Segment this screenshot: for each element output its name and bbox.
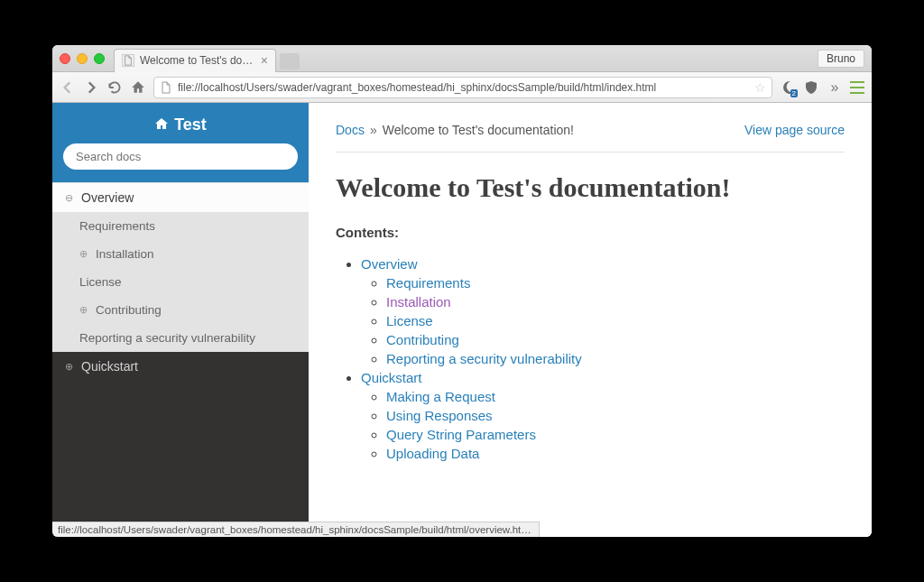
toc-link[interactable]: License [386,313,433,328]
status-bar: file://localhost/Users/swader/vagrant_bo… [52,522,540,537]
project-name-text: Test [174,115,207,134]
minimize-window-button[interactable] [77,53,88,64]
divider [336,152,845,152]
project-title[interactable]: Test [63,115,298,134]
toc-subitem: Query String Parameters [386,427,845,442]
sidebar-nav: ⊖OverviewRequirements⊕InstallationLicens… [52,182,309,537]
reload-button[interactable] [106,79,123,96]
profile-button[interactable]: Bruno [818,50,864,68]
url-text: file://localhost/Users/swader/vagrant_bo… [178,81,749,94]
url-bar[interactable]: file://localhost/Users/swader/vagrant_bo… [153,77,772,98]
toc-link[interactable]: Uploading Data [386,446,479,461]
browser-window: Welcome to Test's docume × Bruno file://… [52,45,872,537]
toc-subitem: Uploading Data [386,446,845,461]
tab-bar: Welcome to Test's docume × Bruno [52,45,872,72]
sidebar-item-label: License [79,275,122,289]
toc-link[interactable]: Query String Parameters [386,427,536,442]
sidebar-item-label: Contributing [96,303,162,317]
toc-link[interactable]: Quickstart [361,370,422,385]
toc-link[interactable]: Using Responses [386,408,493,423]
expand-icon: ⊕ [79,304,90,316]
extension-moon-icon[interactable]: 2 [780,79,796,96]
back-button[interactable] [60,79,76,96]
sidebar-item[interactable]: ⊕Quickstart [52,352,309,381]
bookmark-star-icon[interactable]: ☆ [754,80,766,95]
extension-shield-icon[interactable] [803,79,819,96]
search-input[interactable] [63,143,298,170]
breadcrumb-current: Welcome to Test's documentation! [383,123,574,137]
maximize-window-button[interactable] [94,53,105,64]
menu-button[interactable] [850,81,864,94]
close-tab-icon[interactable]: × [261,53,268,68]
forward-button[interactable] [83,79,99,96]
viewport: Test ⊖OverviewRequirements⊕InstallationL… [52,103,872,537]
sidebar-item-label: Overview [81,190,134,205]
table-of-contents: OverviewRequirementsInstallationLicenseC… [336,256,845,461]
toc-subitem: Contributing [386,332,845,347]
toc-subitem: License [386,313,845,328]
sidebar-item[interactable]: ⊖Overview [52,182,309,212]
sidebar-header: Test [52,103,309,182]
page-icon [160,81,172,94]
sidebar-item-label: Reporting a security vulnerability [79,331,255,345]
sidebar-item[interactable]: ⊕Installation [52,240,309,268]
window-controls [60,53,105,64]
overflow-button[interactable]: » [827,79,843,96]
toc-link[interactable]: Reporting a security vulnerability [386,351,582,366]
toc-link[interactable]: Overview [361,256,418,272]
page-heading: Welcome to Test's documentation! [336,172,845,203]
toc-link[interactable]: Installation [386,294,451,309]
sidebar-item[interactable]: Requirements [52,212,309,240]
toc-subitem: Using Responses [386,408,845,423]
sidebar: Test ⊖OverviewRequirements⊕InstallationL… [52,103,309,537]
breadcrumb-root[interactable]: Docs [336,123,365,137]
sidebar-item-label: Installation [96,247,154,261]
sidebar-item[interactable]: ⊕Contributing [52,296,309,324]
view-source-link[interactable]: View page source [744,123,845,137]
toc-subitem: Installation [386,294,845,309]
home-icon [154,116,169,134]
toc-item: OverviewRequirementsInstallationLicenseC… [361,256,845,366]
toc-item: QuickstartMaking a RequestUsing Response… [361,370,845,461]
toolbar: file://localhost/Users/swader/vagrant_bo… [52,72,872,103]
toc-link[interactable]: Making a Request [386,389,495,404]
toc-link[interactable]: Requirements [386,275,470,291]
home-button[interactable] [130,79,146,96]
expand-icon: ⊕ [79,248,90,260]
breadcrumb-separator: » [370,123,377,137]
tab-title: Welcome to Test's docume [140,54,255,67]
collapse-icon: ⊖ [65,192,76,204]
browser-tab[interactable]: Welcome to Test's docume × [114,49,276,72]
document-icon [122,54,134,67]
toc-link[interactable]: Contributing [386,332,459,347]
sidebar-item[interactable]: Reporting a security vulnerability [52,324,309,352]
close-window-button[interactable] [60,53,70,64]
main-content: Docs » Welcome to Test's documentation! … [309,103,872,537]
sidebar-item-label: Quickstart [81,359,138,374]
extension-badge: 2 [790,89,798,97]
toc-subitem: Reporting a security vulnerability [386,351,845,366]
toc-subitem: Requirements [386,275,845,291]
sidebar-item[interactable]: License [52,268,309,296]
expand-icon: ⊕ [65,361,76,373]
new-tab-button[interactable] [280,53,300,69]
sidebar-item-label: Requirements [79,219,155,233]
toc-subitem: Making a Request [386,389,845,404]
contents-label: Contents: [336,225,845,240]
breadcrumb: Docs » Welcome to Test's documentation! … [336,123,845,137]
